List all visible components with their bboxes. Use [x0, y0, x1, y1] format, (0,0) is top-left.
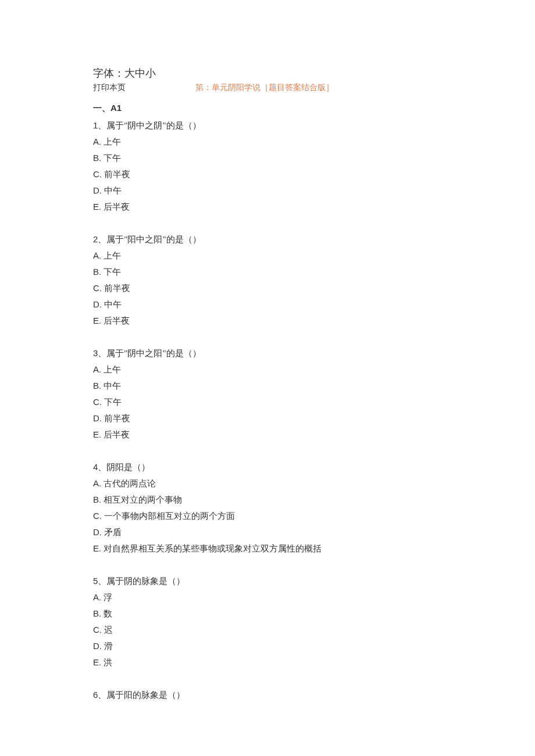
option: C. 前半夜 — [93, 166, 442, 182]
option-text: 上午 — [101, 137, 121, 146]
option-text: 古代的两点论 — [101, 479, 156, 488]
option: A. 古代的两点论 — [93, 475, 442, 492]
option: A. 上午 — [93, 248, 442, 264]
document-title: 第：单元阴阳学说［题目答案结合版］ — [195, 80, 334, 95]
option: E. 后半夜 — [93, 313, 442, 329]
option-letter: B. — [93, 495, 101, 504]
option-letter: A. — [93, 364, 101, 374]
option: D. 滑 — [93, 638, 442, 654]
option: A. 上午 — [93, 134, 442, 150]
option-letter: B. — [93, 608, 101, 618]
option-text: 洪 — [101, 658, 112, 667]
option-letter: C. — [93, 625, 102, 635]
option-letter: E. — [93, 543, 101, 553]
question: 1、属于"阴中之阴"的是（）A. 上午B. 下午C. 前半夜D. 中午E. 后半… — [93, 117, 442, 215]
option-letter: D. — [93, 185, 102, 195]
option-letter: D. — [93, 413, 102, 423]
option-text: 中午 — [102, 186, 122, 195]
option-letter: A. — [93, 137, 101, 146]
question-stem: 3、属于"阴中之阳"的是（） — [93, 345, 442, 361]
option: A. 浮 — [93, 589, 442, 605]
option-text: 中午 — [101, 381, 121, 390]
option-letter: B. — [93, 153, 101, 163]
option-letter: B. — [93, 381, 101, 390]
question-text: 、属于"阴中之阳"的是（） — [98, 349, 201, 358]
option-letter: E. — [93, 657, 101, 667]
option-text: 后半夜 — [101, 202, 130, 212]
option-text: 相互对立的两个事物 — [101, 495, 182, 504]
option: D. 矛盾 — [93, 524, 442, 540]
option: C. 一个事物内部相互对立的两个方面 — [93, 508, 442, 524]
question-text: 、属于"阴中之阴"的是（） — [98, 121, 201, 130]
option-letter: E. — [93, 316, 101, 325]
option: C. 前半夜 — [93, 280, 442, 296]
option-letter: C. — [93, 283, 102, 293]
question: 2、属于"阳中之阳"的是（）A. 上午B. 下午C. 前半夜D. 中午E. 后半… — [93, 231, 442, 329]
option-text: 迟 — [102, 625, 113, 635]
option: B. 下午 — [93, 264, 442, 280]
option: D. 前半夜 — [93, 410, 442, 427]
option: E. 后半夜 — [93, 199, 442, 215]
section-prefix: 一、 — [93, 103, 110, 113]
option: B. 相互对立的两个事物 — [93, 492, 442, 508]
option-text: 一个事物内部相互对立的两个方面 — [102, 511, 235, 521]
question-stem: 5、属于阴的脉象是（） — [93, 573, 442, 589]
option-letter: E. — [93, 202, 101, 212]
option: D. 中午 — [93, 296, 442, 313]
option: D. 中午 — [93, 182, 442, 199]
header-row: 打印本页 第：单元阴阳学说［题目答案结合版］ — [93, 80, 442, 95]
section-code: A1 — [110, 103, 122, 113]
option-text: 矛盾 — [102, 528, 122, 537]
option-letter: C. — [93, 397, 102, 407]
option-letter: C. — [93, 169, 102, 179]
option: E. 对自然界相互关系的某些事物或现象对立双方属性的概括 — [93, 540, 442, 557]
question-stem: 1、属于"阴中之阴"的是（） — [93, 117, 442, 134]
option: C. 迟 — [93, 622, 442, 638]
option-letter: A. — [93, 592, 101, 602]
option-letter: D. — [93, 527, 102, 537]
option-letter: D. — [93, 641, 102, 651]
option-text: 下午 — [101, 153, 121, 163]
question: 4、阴阳是（）A. 古代的两点论B. 相互对立的两个事物C. 一个事物内部相互对… — [93, 459, 442, 557]
option-text: 前半夜 — [102, 170, 130, 179]
question: 6、属于阳的脉象是（） — [93, 687, 442, 703]
question: 3、属于"阴中之阳"的是（）A. 上午B. 中午C. 下午D. 前半夜E. 后半… — [93, 345, 442, 443]
question-stem: 2、属于"阳中之阳"的是（） — [93, 231, 442, 248]
option-text: 上午 — [101, 365, 121, 374]
question-stem: 4、阴阳是（） — [93, 459, 442, 475]
option-text: 后半夜 — [101, 316, 130, 325]
option-text: 中午 — [102, 300, 122, 309]
option-text: 下午 — [102, 397, 122, 407]
option-text: 前半夜 — [102, 414, 130, 423]
question-text: 、属于阴的脉象是（） — [98, 576, 185, 586]
question: 5、属于阴的脉象是（）A. 浮B. 数C. 迟D. 滑E. 洪 — [93, 573, 442, 671]
option: C. 下午 — [93, 394, 442, 410]
question-text: 、阴阳是（） — [98, 463, 150, 472]
option-text: 下午 — [101, 267, 121, 277]
option-letter: A. — [93, 250, 101, 260]
option-text: 数 — [101, 609, 112, 618]
section-heading: 一、A1 — [93, 100, 442, 116]
option-text: 对自然界相互关系的某些事物或现象对立双方属性的概括 — [101, 544, 322, 553]
print-page-link[interactable]: 打印本页 — [93, 80, 126, 95]
option: E. 洪 — [93, 654, 442, 671]
option-text: 上午 — [101, 251, 121, 260]
option-letter: B. — [93, 267, 101, 277]
option: B. 下午 — [93, 150, 442, 166]
question-stem: 6、属于阳的脉象是（） — [93, 687, 442, 703]
option-text: 滑 — [102, 642, 113, 651]
option-text: 浮 — [101, 593, 112, 602]
option-letter: A. — [93, 478, 101, 488]
option: E. 后半夜 — [93, 427, 442, 443]
option: A. 上午 — [93, 361, 442, 378]
option-letter: D. — [93, 299, 102, 309]
option-letter: C. — [93, 511, 102, 521]
option-letter: E. — [93, 429, 101, 439]
option-text: 前半夜 — [102, 284, 130, 293]
option-text: 后半夜 — [101, 430, 130, 439]
question-text: 、属于"阳中之阳"的是（） — [98, 235, 201, 244]
question-text: 、属于阳的脉象是（） — [98, 690, 185, 700]
option: B. 数 — [93, 605, 442, 622]
option: B. 中午 — [93, 378, 442, 394]
